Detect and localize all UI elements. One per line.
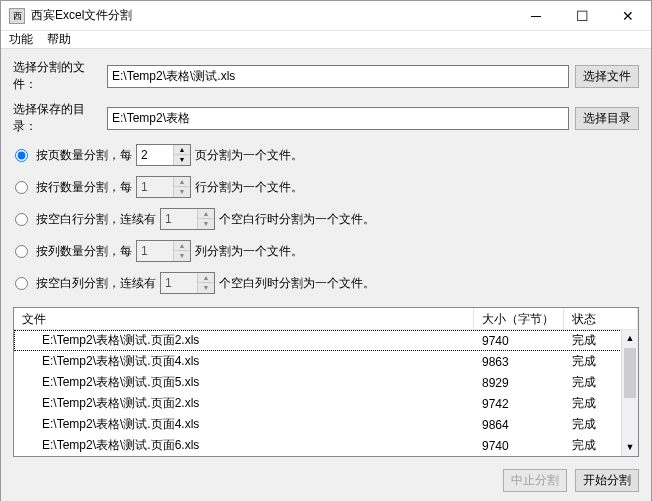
cell-file: E:\Temp2\表格\测试.页面2.xls — [14, 395, 474, 412]
cell-size: 8929 — [474, 376, 564, 390]
radio-by-page[interactable] — [15, 149, 28, 162]
scrollbar[interactable]: ▲ ▼ — [621, 330, 638, 456]
spin-down-icon[interactable]: ▼ — [174, 155, 190, 165]
radio-by-blank-row[interactable] — [15, 213, 28, 226]
option-by-col[interactable]: 按列数量分割，每 ▲▼ 列分割为一个文件。 — [13, 239, 639, 263]
cell-size: 9863 — [474, 355, 564, 369]
maximize-button[interactable]: ☐ — [559, 1, 605, 31]
header-size[interactable]: 大小（字节） — [474, 308, 564, 329]
spinner-by-col[interactable]: ▲▼ — [136, 240, 191, 262]
menu-function[interactable]: 功能 — [9, 31, 33, 48]
radio-by-col[interactable] — [15, 245, 28, 258]
cell-size: 9742 — [474, 397, 564, 411]
option-by-row[interactable]: 按行数量分割，每 ▲▼ 行分割为一个文件。 — [13, 175, 639, 199]
spinner-by-page[interactable]: ▲▼ — [136, 144, 191, 166]
option-by-blank-col[interactable]: 按空白列分割，连续有 ▲▼ 个空白列时分割为一个文件。 — [13, 271, 639, 295]
cell-file: E:\Temp2\表格\测试.页面5.xls — [14, 374, 474, 391]
minimize-button[interactable]: ─ — [513, 1, 559, 31]
label-select-file: 选择分割的文件： — [13, 59, 101, 93]
start-button[interactable]: 开始分割 — [575, 469, 639, 492]
dir-path-input[interactable] — [107, 107, 569, 130]
cell-file: E:\Temp2\表格\测试.页面2.xls — [14, 332, 474, 349]
table-row[interactable]: E:\Temp2\表格\测试.页面4.xls9863完成 — [14, 351, 638, 372]
spin-up-icon[interactable]: ▲ — [174, 145, 190, 155]
cell-file: E:\Temp2\表格\测试.页面4.xls — [14, 353, 474, 370]
list-header: 文件 大小（字节） 状态 — [14, 308, 638, 330]
cell-size: 9740 — [474, 334, 564, 348]
choose-dir-button[interactable]: 选择目录 — [575, 107, 639, 130]
close-button[interactable]: ✕ — [605, 1, 651, 31]
header-status[interactable]: 状态 — [564, 308, 638, 329]
choose-file-button[interactable]: 选择文件 — [575, 65, 639, 88]
file-path-input[interactable] — [107, 65, 569, 88]
window-title: 西宾Excel文件分割 — [31, 7, 513, 24]
spinner-by-blank-row[interactable]: ▲▼ — [160, 208, 215, 230]
scroll-down-icon[interactable]: ▼ — [622, 439, 638, 456]
spinner-by-row[interactable]: ▲▼ — [136, 176, 191, 198]
table-row[interactable]: E:\Temp2\表格\测试.页面4.xls9864完成 — [14, 414, 638, 435]
menubar: 功能 帮助 — [1, 31, 651, 49]
stop-button: 中止分割 — [503, 469, 567, 492]
menu-help[interactable]: 帮助 — [47, 31, 71, 48]
cell-file: E:\Temp2\表格\测试.页面6.xls — [14, 437, 474, 454]
option-by-blank-row[interactable]: 按空白行分割，连续有 ▲▼ 个空白行时分割为一个文件。 — [13, 207, 639, 231]
label-select-dir: 选择保存的目录： — [13, 101, 101, 135]
radio-by-row[interactable] — [15, 181, 28, 194]
spinner-by-blank-col[interactable]: ▲▼ — [160, 272, 215, 294]
option-by-page[interactable]: 按页数量分割，每 ▲▼ 页分割为一个文件。 — [13, 143, 639, 167]
result-list: 文件 大小（字节） 状态 E:\Temp2\表格\测试.页面2.xls9740完… — [13, 307, 639, 457]
radio-by-blank-col[interactable] — [15, 277, 28, 290]
table-row[interactable]: E:\Temp2\表格\测试.页面6.xls9740完成 — [14, 435, 638, 456]
table-row[interactable]: E:\Temp2\表格\测试.页面2.xls9740完成 — [14, 330, 638, 351]
table-row[interactable]: E:\Temp2\表格\测试.页面2.xls9742完成 — [14, 393, 638, 414]
table-row[interactable]: E:\Temp2\表格\测试.页面5.xls8929完成 — [14, 372, 638, 393]
cell-size: 9864 — [474, 418, 564, 432]
scroll-up-icon[interactable]: ▲ — [622, 330, 638, 347]
header-file[interactable]: 文件 — [14, 308, 474, 329]
scroll-thumb[interactable] — [624, 348, 636, 398]
titlebar: 西 西宾Excel文件分割 ─ ☐ ✕ — [1, 1, 651, 31]
cell-file: E:\Temp2\表格\测试.页面4.xls — [14, 416, 474, 433]
app-window: 西 西宾Excel文件分割 ─ ☐ ✕ 功能 帮助 选择分割的文件： 选择文件 … — [0, 0, 652, 501]
app-icon: 西 — [9, 8, 25, 24]
cell-size: 9740 — [474, 439, 564, 453]
